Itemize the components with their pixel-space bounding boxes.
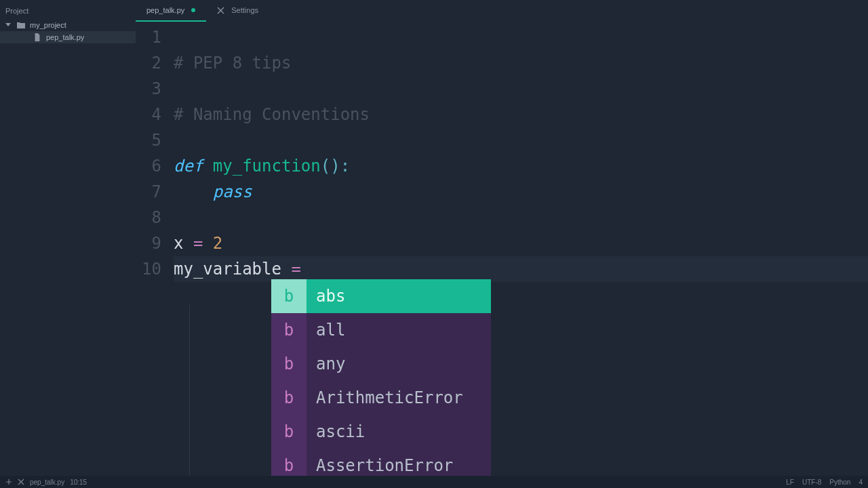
line-number: 8 — [136, 205, 174, 230]
builtin-icon: b — [271, 381, 307, 415]
status-tab-size[interactable]: 4 — [859, 479, 863, 486]
autocomplete-label: ArithmeticError — [307, 388, 491, 407]
autocomplete-item[interactable]: b abs — [271, 279, 491, 313]
autocomplete-label: AssertionError — [307, 456, 491, 475]
tree-file[interactable]: pep_talk.py — [0, 31, 136, 43]
code-line — [174, 205, 868, 230]
line-number: 3 — [136, 76, 174, 102]
indent-guide — [189, 305, 190, 488]
status-bar: pep_talk.py 10:15 LF UTF-8 Python 4 — [0, 476, 868, 488]
tree-folder[interactable]: my_project — [0, 19, 136, 31]
builtin-icon: b — [271, 313, 307, 347]
autocomplete-label: abs — [307, 287, 491, 306]
autocomplete-item[interactable]: b ArithmeticError — [271, 381, 491, 415]
line-number: 4 — [136, 102, 174, 127]
code-area[interactable]: # PEP 8 tips # Naming Conventions def my… — [174, 22, 868, 476]
tab-label: pep_talk.py — [146, 6, 184, 14]
line-number: 10 — [136, 256, 174, 282]
line-number: 6 — [136, 153, 174, 179]
autocomplete-label: any — [307, 354, 491, 373]
gutter: 1 2 3 4 5 6 7 8 9 10 — [136, 22, 174, 476]
tree-file-label: pep_talk.py — [46, 33, 84, 41]
line-number: 1 — [136, 24, 174, 50]
autocomplete-item[interactable]: b ascii — [271, 415, 491, 449]
code-line — [174, 76, 868, 102]
line-number: 7 — [136, 179, 174, 205]
status-encoding[interactable]: UTF-8 — [802, 479, 821, 486]
status-cursor-pos[interactable]: 10:15 — [70, 479, 87, 486]
autocomplete-label: all — [307, 321, 491, 340]
file-icon — [33, 33, 42, 41]
code-line — [174, 24, 868, 50]
tab-pep-talk[interactable]: pep_talk.py — [136, 0, 206, 22]
autocomplete-item[interactable]: b all — [271, 313, 491, 347]
status-language[interactable]: Python — [829, 479, 850, 486]
builtin-icon: b — [271, 279, 307, 313]
code-line: # PEP 8 tips — [174, 50, 868, 76]
tab-label: Settings — [231, 6, 258, 14]
chevron-down-icon[interactable] — [5, 22, 12, 28]
tree-folder-label: my_project — [30, 21, 66, 29]
builtin-icon: b — [271, 415, 307, 449]
close-icon[interactable] — [18, 479, 24, 485]
code-line: # Naming Conventions — [174, 102, 868, 127]
status-line-ending[interactable]: LF — [786, 479, 794, 486]
close-icon[interactable] — [217, 7, 224, 14]
tab-bar: pep_talk.py Settings — [136, 0, 868, 22]
builtin-icon: b — [271, 347, 307, 381]
autocomplete-item[interactable]: b any — [271, 347, 491, 381]
folder-icon — [16, 21, 26, 29]
line-number: 2 — [136, 50, 174, 76]
code-line: x = 2 — [174, 230, 868, 256]
code-editor[interactable]: 1 2 3 4 5 6 7 8 9 10 # PEP 8 tips # Nami… — [136, 22, 868, 476]
code-line: def my_function(): — [174, 153, 868, 179]
plus-icon[interactable] — [5, 479, 12, 485]
sidebar-title: Project — [0, 0, 136, 19]
code-line-current: my_variable = — [174, 256, 868, 282]
project-sidebar: Project my_project pep_talk.py — [0, 0, 136, 476]
line-number: 5 — [136, 127, 174, 153]
line-number: 9 — [136, 230, 174, 256]
modified-dot-icon — [191, 8, 195, 12]
code-line: pass — [174, 179, 868, 205]
autocomplete-label: ascii — [307, 422, 491, 441]
code-line — [174, 127, 868, 153]
autocomplete-popup: b abs b all b any b ArithmeticError b as… — [271, 279, 491, 483]
status-filename[interactable]: pep_talk.py — [30, 479, 64, 486]
tab-settings[interactable]: Settings — [206, 0, 269, 22]
